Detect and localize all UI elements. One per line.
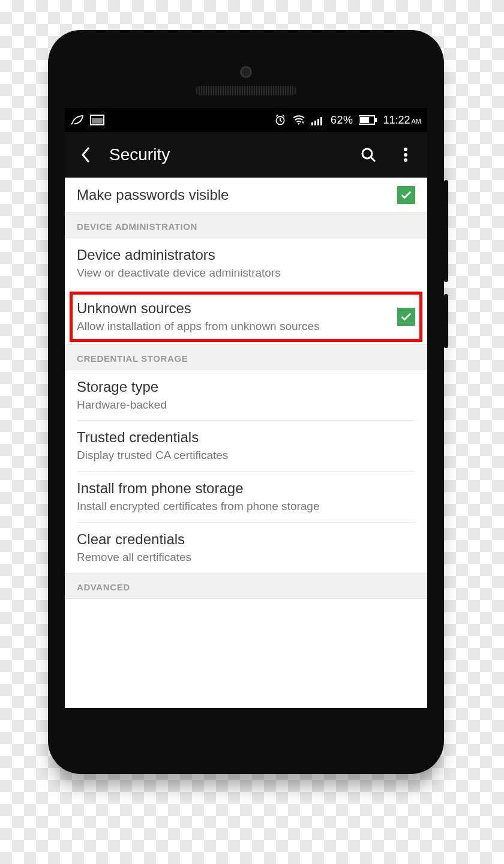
setting-sub: Remove all certificates bbox=[77, 550, 415, 565]
setting-storage-type[interactable]: Storage type Hardware-backed bbox=[65, 370, 427, 421]
svg-rect-6 bbox=[317, 119, 319, 125]
svg-point-3 bbox=[298, 123, 300, 125]
search-icon bbox=[360, 146, 377, 163]
window-icon bbox=[90, 115, 104, 125]
search-button[interactable] bbox=[354, 140, 383, 169]
setting-make-passwords-visible[interactable]: Make passwords visible bbox=[65, 178, 427, 212]
setting-label: Storage type bbox=[77, 379, 415, 395]
volume-button bbox=[444, 180, 448, 282]
svg-rect-4 bbox=[311, 122, 313, 125]
page-title: Security bbox=[109, 145, 170, 164]
ear-speaker bbox=[195, 86, 297, 95]
app-bar: Security bbox=[65, 132, 427, 178]
setting-sub: Allow installation of apps from unknown … bbox=[77, 319, 389, 334]
setting-label: Trusted credentials bbox=[77, 429, 415, 446]
setting-install-from-phone-storage[interactable]: Install from phone storage Install encry… bbox=[65, 472, 427, 522]
checkbox-checked[interactable] bbox=[397, 308, 415, 326]
front-camera bbox=[240, 66, 252, 78]
svg-rect-9 bbox=[360, 117, 369, 123]
settings-list: Make passwords visible DEVICE ADMINISTRA… bbox=[65, 178, 427, 599]
power-button bbox=[444, 294, 448, 348]
setting-label: Clear credentials bbox=[77, 531, 415, 548]
back-button[interactable] bbox=[72, 140, 101, 169]
setting-clear-credentials[interactable]: Clear credentials Remove all certificate… bbox=[65, 523, 427, 573]
svg-point-14 bbox=[404, 158, 407, 162]
setting-sub: Hardware-backed bbox=[77, 398, 415, 412]
setting-unknown-sources[interactable]: Unknown sources Allow installation of ap… bbox=[65, 289, 427, 344]
svg-point-11 bbox=[362, 149, 372, 158]
battery-percent: 62% bbox=[331, 114, 353, 127]
setting-sub: View or deactivate device administrators bbox=[77, 266, 415, 280]
setting-sub: Display trusted CA certificates bbox=[77, 448, 415, 463]
setting-device-administrators[interactable]: Device administrators View or deactivate… bbox=[65, 238, 427, 289]
signal-icon bbox=[311, 115, 325, 125]
phone-frame: 62% 11:22AM Security bbox=[48, 30, 444, 774]
clock-time: 11:22AM bbox=[383, 114, 421, 127]
setting-label: Device administrators bbox=[77, 247, 415, 263]
setting-trusted-credentials[interactable]: Trusted credentials Display trusted CA c… bbox=[65, 421, 427, 471]
svg-rect-7 bbox=[320, 117, 322, 125]
svg-rect-1 bbox=[92, 118, 103, 124]
svg-point-12 bbox=[404, 148, 407, 151]
checkbox-checked[interactable] bbox=[397, 186, 415, 204]
alarm-icon bbox=[274, 114, 286, 126]
svg-rect-5 bbox=[314, 121, 316, 125]
svg-rect-10 bbox=[375, 118, 377, 122]
overflow-menu-button[interactable] bbox=[391, 140, 420, 169]
screen: 62% 11:22AM Security bbox=[65, 108, 427, 708]
setting-sub: Install encrypted certificates from phon… bbox=[77, 499, 415, 514]
svg-point-13 bbox=[404, 153, 407, 157]
wifi-icon bbox=[292, 115, 305, 125]
setting-label: Make passwords visible bbox=[77, 187, 389, 203]
setting-label: Unknown sources bbox=[77, 300, 389, 317]
status-bar: 62% 11:22AM bbox=[65, 108, 427, 132]
section-header-advanced: ADVANCED bbox=[65, 573, 427, 599]
more-vert-icon bbox=[403, 147, 408, 163]
leaf-icon bbox=[71, 115, 84, 125]
section-header-device-admin: DEVICE ADMINISTRATION bbox=[65, 212, 427, 238]
setting-label: Install from phone storage bbox=[77, 480, 415, 497]
battery-icon bbox=[359, 115, 377, 125]
section-header-credential-storage: CREDENTIAL STORAGE bbox=[65, 344, 427, 370]
